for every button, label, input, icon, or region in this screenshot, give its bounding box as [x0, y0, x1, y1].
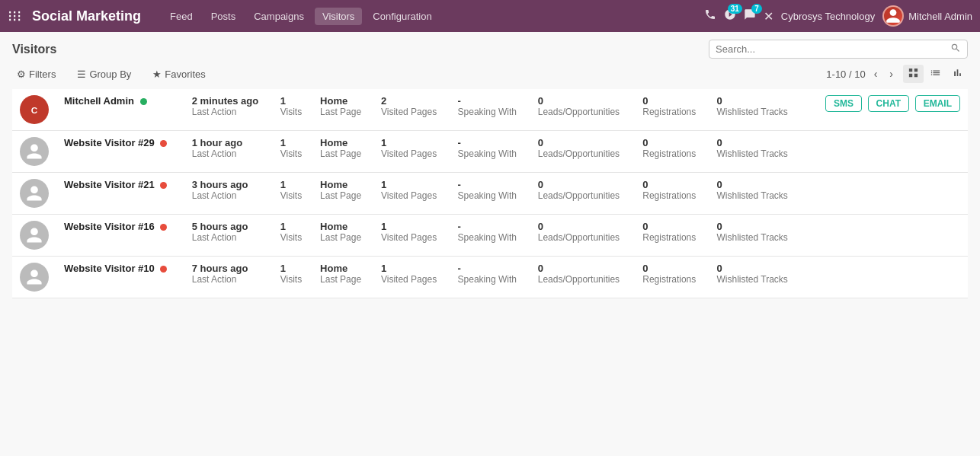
- visitor-info: Website Visitor #29: [56, 131, 184, 173]
- wishlisted-label: Wishlisted Tracks: [716, 232, 794, 243]
- wishlisted-cell: 0 Wishlisted Tracks: [709, 131, 802, 173]
- table-row[interactable]: Website Visitor #29 1 hour ago Last Acti…: [12, 131, 968, 173]
- sms-button[interactable]: SMS: [825, 95, 862, 112]
- subheader: Visitors: [12, 40, 968, 59]
- leads-value: 0: [538, 179, 628, 190]
- filters-button[interactable]: ⚙ Filters: [12, 65, 60, 83]
- visited-pages-value: 1: [381, 263, 443, 274]
- menu-posts[interactable]: Posts: [203, 8, 244, 25]
- toolbar-left: ⚙ Filters ☰ Group By ★ Favorites: [12, 65, 210, 83]
- list-view-button[interactable]: [925, 65, 946, 83]
- online-indicator: [140, 98, 147, 105]
- grid-view-button[interactable]: [903, 65, 924, 83]
- speaking-with-value: -: [458, 137, 523, 148]
- wishlisted-value: 0: [716, 263, 794, 274]
- toolbar: ⚙ Filters ☰ Group By ★ Favorites 1-10 / …: [12, 65, 968, 83]
- visit-time-label: Last Action: [192, 148, 265, 159]
- last-page-value: Home: [320, 179, 366, 190]
- menu-configuration[interactable]: Configuration: [365, 8, 439, 25]
- visit-time-value: 2 minutes ago: [192, 95, 265, 107]
- menu-campaigns[interactable]: Campaigns: [246, 8, 312, 25]
- visited-pages-label: Visited Pages: [381, 232, 443, 243]
- registrations-label: Registrations: [642, 148, 701, 159]
- favorites-button[interactable]: ★ Favorites: [148, 65, 210, 83]
- phone-icon[interactable]: [704, 8, 716, 24]
- leads-label: Leads/Opportunities: [538, 148, 628, 159]
- table-row[interactable]: C Mitchell Admin 2 minutes ago Last Acti…: [12, 89, 968, 131]
- avatar-cell: [12, 257, 56, 298]
- search-input[interactable]: [716, 43, 950, 55]
- speaking-with-value: -: [458, 221, 523, 232]
- wishlisted-cell: 0 Wishlisted Tracks: [709, 173, 802, 215]
- user-menu[interactable]: Mitchell Admin: [882, 5, 972, 27]
- topnav-right: 31 7 ✕ Cybrosys Technology Mitchell Admi…: [704, 5, 972, 27]
- table-row[interactable]: Website Visitor #21 3 hours ago Last Act…: [12, 173, 968, 215]
- last-page-cell: Home Last Page: [312, 89, 373, 131]
- registrations-value: 0: [642, 221, 701, 232]
- next-page-button[interactable]: ›: [886, 66, 897, 81]
- wishlisted-value: 0: [716, 137, 794, 148]
- menu-feed[interactable]: Feed: [162, 8, 200, 25]
- registrations-cell: 0 Registrations: [635, 257, 709, 298]
- last-page-label: Last Page: [320, 190, 366, 201]
- speaking-with-value: -: [458, 179, 523, 190]
- avatar: [20, 179, 49, 208]
- wishlisted-cell: 0 Wishlisted Tracks: [709, 89, 802, 131]
- avatar-cell: [12, 215, 56, 257]
- visitor-name: Website Visitor #29: [64, 137, 155, 148]
- wishlisted-label: Wishlisted Tracks: [716, 190, 794, 201]
- wishlisted-value: 0: [716, 179, 794, 190]
- messages-icon[interactable]: 7: [744, 8, 756, 24]
- close-icon[interactable]: ✕: [764, 9, 773, 24]
- table-row[interactable]: Website Visitor #10 7 hours ago Last Act…: [12, 257, 968, 298]
- visit-time-label: Last Action: [192, 274, 265, 285]
- registrations-cell: 0 Registrations: [635, 89, 709, 131]
- visited-pages-label: Visited Pages: [381, 274, 443, 285]
- group-by-label: Group By: [89, 69, 131, 80]
- visited-pages-label: Visited Pages: [381, 148, 443, 159]
- chat-button[interactable]: CHAT: [868, 95, 909, 112]
- visited-pages-value: 1: [381, 137, 443, 148]
- avatar: [20, 263, 49, 292]
- prev-page-button[interactable]: ‹: [870, 66, 882, 81]
- menu-visitors[interactable]: Visitors: [315, 8, 362, 25]
- speaking-with-label: Speaking With: [458, 232, 523, 243]
- offline-indicator: [160, 266, 167, 273]
- chart-view-button[interactable]: [947, 65, 968, 83]
- visited-pages-cell: 1 Visited Pages: [373, 173, 450, 215]
- visits-value: 1: [280, 137, 305, 148]
- registrations-value: 0: [642, 179, 701, 190]
- visited-pages-value: 1: [381, 221, 443, 232]
- group-by-button[interactable]: ☰ Group By: [72, 65, 136, 83]
- visits-label: Visits: [280, 190, 305, 201]
- speaking-with-cell: - Speaking With: [450, 257, 530, 298]
- activity-icon[interactable]: 31: [724, 8, 736, 24]
- visits-value: 1: [280, 221, 305, 232]
- page-title: Visitors: [12, 43, 56, 56]
- visit-time: 1 hour ago Last Action: [184, 131, 273, 173]
- filters-label: Filters: [29, 69, 56, 80]
- table-row[interactable]: Website Visitor #16 5 hours ago Last Act…: [12, 215, 968, 257]
- offline-indicator: [160, 182, 167, 189]
- avatar-cell: [12, 131, 56, 173]
- visits-value: 1: [280, 263, 305, 274]
- visits-cell: 1 Visits: [273, 257, 312, 298]
- visited-pages-cell: 1 Visited Pages: [373, 215, 450, 257]
- topnav: ⁝⁝⁝ Social Marketing Feed Posts Campaign…: [0, 0, 980, 32]
- user-name: Mitchell Admin: [908, 11, 972, 22]
- row-actions-empty: [802, 173, 968, 215]
- star-icon: ★: [152, 69, 162, 80]
- app-grid-icon[interactable]: ⁝⁝⁝: [8, 7, 21, 25]
- last-page-label: Last Page: [320, 274, 366, 285]
- leads-value: 0: [538, 95, 628, 107]
- registrations-label: Registrations: [642, 274, 701, 285]
- filter-icon: ⚙: [17, 69, 26, 80]
- search-bar: [709, 40, 968, 59]
- visitor-name: Website Visitor #21: [64, 179, 155, 190]
- speaking-with-label: Speaking With: [458, 274, 523, 285]
- email-button[interactable]: EMAIL: [915, 95, 960, 112]
- visits-cell: 1 Visits: [273, 215, 312, 257]
- visits-label: Visits: [280, 232, 305, 243]
- last-page-value: Home: [320, 137, 366, 148]
- group-icon: ☰: [77, 69, 86, 80]
